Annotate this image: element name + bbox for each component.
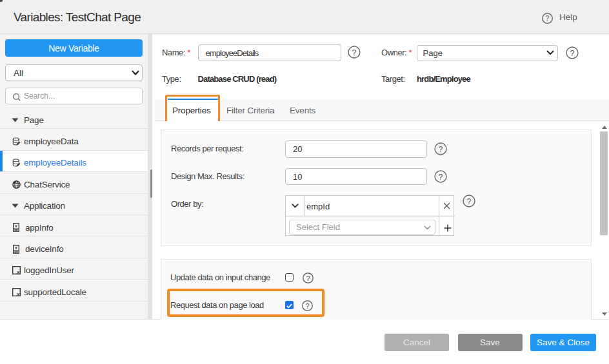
svg-text:x: x <box>16 291 20 296</box>
svg-text:?: ? <box>438 172 443 181</box>
svg-text:?: ? <box>546 14 550 22</box>
svg-text:?: ? <box>466 196 471 206</box>
svg-text:?: ? <box>306 274 310 282</box>
svg-text:?: ? <box>438 144 443 153</box>
svg-text:?: ? <box>352 48 357 57</box>
svg-text:?: ? <box>570 49 575 58</box>
svg-text:x: x <box>16 269 20 274</box>
